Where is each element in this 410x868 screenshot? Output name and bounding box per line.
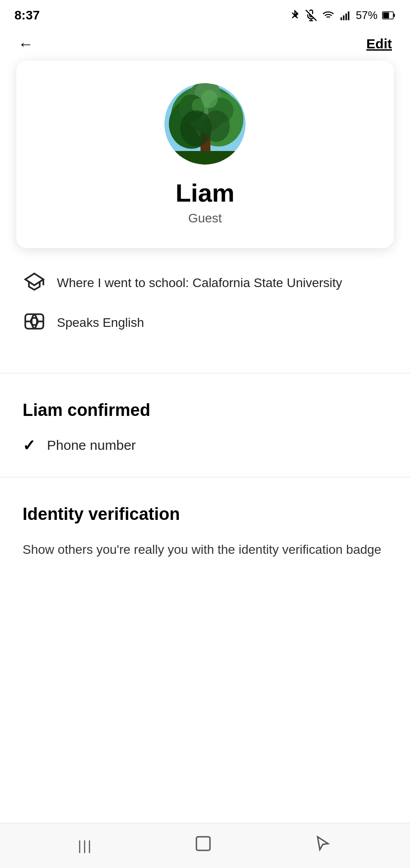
bottom-nav: ||| xyxy=(0,823,410,868)
profile-card: Liam Guest xyxy=(16,61,394,248)
svg-rect-10 xyxy=(383,13,389,19)
globe-chat-icon xyxy=(23,311,46,334)
svg-rect-6 xyxy=(345,14,347,20)
nav-cursor-icon[interactable] xyxy=(314,835,332,857)
school-info-item: Where I went to school: Calafornia State… xyxy=(23,271,387,294)
svg-rect-5 xyxy=(343,15,345,20)
avatar xyxy=(164,83,246,165)
nav-home-icon[interactable] xyxy=(194,835,212,857)
battery-percent: 57% xyxy=(356,9,377,22)
profile-name: Liam xyxy=(176,178,235,208)
confirmed-section: Liam confirmed ✓ Phone number xyxy=(0,382,410,468)
battery-icon xyxy=(382,10,396,20)
status-bar: 8:37 57% xyxy=(0,0,410,27)
svg-rect-4 xyxy=(340,17,342,20)
signal-icon xyxy=(340,9,351,21)
bluetooth-icon xyxy=(289,9,301,21)
identity-title: Identity verification xyxy=(23,505,387,524)
svg-rect-26 xyxy=(164,151,246,165)
divider-2 xyxy=(0,477,410,477)
status-time: 8:37 xyxy=(14,8,40,23)
svg-marker-27 xyxy=(25,274,43,285)
graduation-cap-icon xyxy=(23,271,46,294)
edit-button[interactable]: Edit xyxy=(366,36,392,52)
back-button[interactable]: ← xyxy=(18,36,33,52)
profile-role: Guest xyxy=(188,211,222,226)
school-text: Where I went to school: Calafornia State… xyxy=(57,271,342,292)
nav-menu-icon[interactable]: ||| xyxy=(78,838,93,854)
svg-rect-7 xyxy=(348,11,349,20)
identity-description: Show others you're really you with the i… xyxy=(23,540,387,559)
svg-rect-9 xyxy=(394,14,395,17)
confirmed-title: Liam confirmed xyxy=(23,401,387,420)
language-info-item: Speaks English xyxy=(23,311,387,334)
wifi-icon xyxy=(321,9,335,21)
svg-point-25 xyxy=(203,110,230,142)
status-icons: 57% xyxy=(289,9,396,22)
info-section: Where I went to school: Calafornia State… xyxy=(0,266,410,364)
header: ← Edit xyxy=(0,27,410,61)
mute-icon xyxy=(305,9,317,21)
identity-section: Identity verification Show others you're… xyxy=(0,486,410,573)
confirmed-phone-item: ✓ Phone number xyxy=(23,436,387,454)
confirmed-phone-text: Phone number xyxy=(47,438,136,453)
divider-1 xyxy=(0,373,410,373)
checkmark-icon: ✓ xyxy=(23,436,35,454)
language-text: Speaks English xyxy=(57,311,144,332)
avatar-image xyxy=(164,83,246,165)
svg-rect-33 xyxy=(196,837,210,850)
